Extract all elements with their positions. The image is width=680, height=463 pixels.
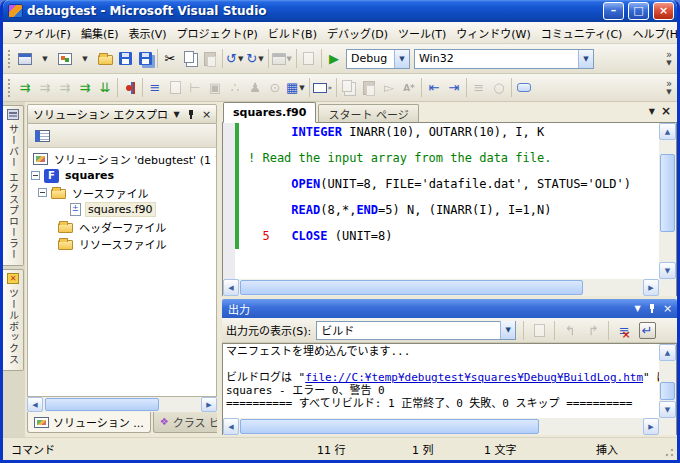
lock-controls-button[interactable]: ▣ (205, 77, 225, 99)
tab-squares-f90[interactable]: squares.f90 (223, 102, 316, 123)
tree-item-solution[interactable]: ソリューション 'debugtest' (1 プロ (28, 150, 216, 167)
combo-dropdown-icon[interactable]: ▼ (500, 321, 515, 339)
scroll-thumb[interactable] (240, 280, 583, 295)
rebuild-selection-button[interactable]: ⇉ (55, 77, 75, 99)
new-project-button[interactable] (15, 48, 35, 70)
bookmarks-book-button[interactable]: » (312, 77, 334, 99)
clear-all-button[interactable]: ≡ (614, 319, 634, 341)
tree-item-resource-files[interactable]: リソースファイル (28, 235, 216, 252)
save-button[interactable] (115, 48, 135, 70)
new-project-dropdown[interactable]: ▼ (35, 48, 55, 70)
compile-file-button[interactable]: ⇉ (15, 77, 35, 99)
scroll-up-icon[interactable]: ▲ (659, 344, 676, 361)
comment-out-button[interactable]: ○ (489, 77, 509, 99)
comment-window-button[interactable]: ▼ (271, 48, 294, 70)
menu-build[interactable]: ビルド(B) (263, 22, 322, 44)
properties-grid-button[interactable]: ▦▼ (285, 77, 307, 99)
scroll-thumb[interactable] (660, 382, 675, 400)
menu-help[interactable]: ヘルプ(H) (627, 22, 677, 44)
auto-hide-pin-icon[interactable] (645, 302, 660, 316)
toolbar-overflow-button[interactable]: »▼ (663, 51, 675, 67)
close-panel-icon[interactable]: × (199, 107, 214, 121)
output-hscrollbar[interactable]: ◀ ▶ (223, 418, 659, 435)
line-numbers-button[interactable]: ≡ (145, 77, 165, 99)
auto-hide-pin-icon[interactable] (184, 107, 199, 121)
resize-grip[interactable] (662, 445, 675, 458)
menu-view[interactable]: 表示(V) (123, 22, 171, 44)
scroll-left-icon[interactable]: ◀ (27, 397, 43, 412)
editor-hscrollbar[interactable]: ◀ ▶ (223, 279, 659, 296)
close-panel-icon[interactable]: × (660, 302, 675, 316)
tab-start-page[interactable]: スタート ページ (318, 104, 418, 122)
redo-button[interactable]: ↻▼ (245, 48, 265, 70)
show-all-members-button[interactable]: ∴ (225, 77, 245, 99)
find-in-files-button[interactable] (299, 48, 319, 70)
indicator-margin[interactable] (223, 123, 235, 279)
collapse-icon[interactable] (38, 188, 47, 197)
toolbar-overflow-button[interactable]: »▼ (663, 80, 675, 96)
save-all-button[interactable] (135, 48, 155, 70)
build-log-link[interactable]: file://C:¥temp¥debugtest¥squares¥Debug¥B… (305, 371, 643, 384)
start-debugging-button[interactable]: ▶ (324, 48, 344, 70)
goto-message-button[interactable] (529, 319, 549, 341)
collapse-icon[interactable] (31, 171, 40, 180)
close-button[interactable]: × (653, 2, 674, 20)
scroll-right-icon[interactable]: ▶ (643, 418, 659, 435)
font-style-button[interactable]: A* (399, 77, 419, 99)
toolbar-grip[interactable] (8, 50, 12, 68)
tab-server-explorer[interactable]: サーバー エクスプローラー (3, 105, 24, 266)
toggle-word-wrap-button[interactable]: ↵ (637, 319, 657, 341)
combo-dropdown-icon[interactable]: ▼ (578, 50, 593, 68)
pointer-button[interactable]: ▻ (379, 77, 399, 99)
breakpoint-margin-button[interactable] (120, 77, 140, 99)
code-text-area[interactable]: INTEGER INARR(10), OUTARR(10), I, K ! Re… (240, 123, 659, 279)
output-vscrollbar[interactable]: ▲ ▼ (659, 344, 676, 418)
editor-vscrollbar[interactable]: ▲ ▼ (659, 123, 676, 279)
menu-tools[interactable]: ツール(T) (393, 22, 451, 44)
menu-edit[interactable]: 編集(E) (76, 22, 124, 44)
add-new-item-dropdown[interactable]: ▼ (75, 48, 95, 70)
cut-button[interactable]: ✂ (160, 48, 180, 70)
menu-window[interactable]: ウィンドウ(W) (451, 22, 535, 44)
align-text-button[interactable]: ≡ (469, 77, 489, 99)
scroll-thumb[interactable] (45, 398, 159, 411)
output-header[interactable]: 出力 ▼ × (222, 299, 677, 318)
build-selection-button[interactable]: ⇉ (35, 77, 55, 99)
build-solution-button[interactable]: ⇉ (75, 77, 95, 99)
open-file-button[interactable] (95, 48, 115, 70)
scroll-right-icon[interactable]: ▶ (643, 279, 659, 296)
window-position-menu-icon[interactable]: ▼ (630, 302, 645, 316)
undo-button[interactable]: ↺▼ (225, 48, 245, 70)
toolbar-grip[interactable] (8, 79, 12, 97)
menu-file[interactable]: ファイル(F) (7, 22, 76, 44)
menu-community[interactable]: コミュニティ(C) (536, 22, 628, 44)
menu-project[interactable]: プロジェクト(P) (172, 22, 263, 44)
solution-configurations-combo[interactable]: Debug ▼ (346, 49, 410, 69)
previous-message-button[interactable]: ↰ (560, 319, 580, 341)
next-message-button[interactable]: ↱ (583, 319, 603, 341)
scroll-left-icon[interactable]: ◀ (223, 279, 239, 296)
solution-platforms-combo[interactable]: Win32 ▼ (414, 49, 594, 69)
paste-secondary-button[interactable] (359, 77, 379, 99)
object-browser-button[interactable]: ⊢ (185, 77, 205, 99)
scroll-down-icon[interactable]: ▼ (659, 262, 676, 279)
scroll-left-icon[interactable]: ◀ (223, 418, 239, 435)
scroll-down-icon[interactable]: ▼ (659, 401, 676, 418)
scroll-thumb[interactable] (240, 419, 539, 434)
properties-button[interactable] (32, 125, 52, 147)
window-position-menu-icon[interactable]: ▼ (169, 107, 184, 121)
minimize-button[interactable]: – (603, 2, 624, 20)
pending-checkins-button[interactable]: ⊙ (265, 77, 285, 99)
close-document-icon[interactable]: × (661, 104, 671, 118)
document-outline-button[interactable] (165, 77, 185, 99)
menu-debug[interactable]: デバッグ(D) (322, 22, 393, 44)
scroll-up-icon[interactable]: ▲ (659, 123, 676, 140)
output-source-combo[interactable]: ビルド ▼ (316, 321, 516, 340)
outline-region-button[interactable] (514, 77, 534, 99)
tree-item-squares-f90[interactable]: squares.f90 (28, 201, 216, 218)
increase-indent-button[interactable]: ⇥ (444, 77, 464, 99)
document-list-dropdown-icon[interactable]: ▼ (649, 107, 655, 116)
tab-solution-explorer[interactable]: ソリューション ... (27, 412, 151, 433)
copy-secondary-button[interactable] (339, 77, 359, 99)
decrease-indent-button[interactable]: ⇤ (424, 77, 444, 99)
